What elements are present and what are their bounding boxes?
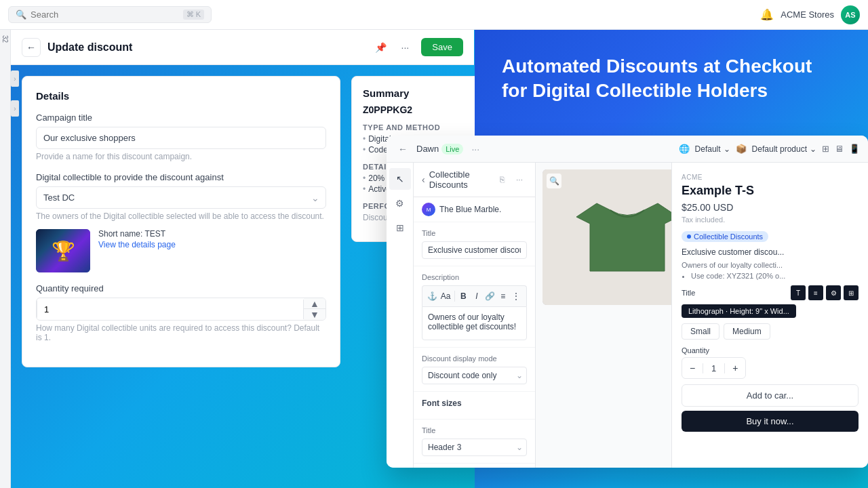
qty-minus-btn[interactable]: − [682, 358, 703, 378]
title-field-label: Title [422, 229, 527, 237]
block-copy-icon[interactable]: ⎘ [494, 172, 509, 187]
details-form: Details Campaign title Provide a name fo… [22, 76, 340, 367]
sidebar-cursor-icon[interactable]: ↖ [389, 168, 411, 190]
store-preview: 🔍 ACME Example T [536, 163, 868, 468]
rte-text: Owners of our loyalty collectible get di… [428, 312, 516, 331]
preview-sidebar: ↖ ⚙ ⊞ [387, 163, 414, 468]
quantity-hint: How many Digital collectible units are r… [36, 323, 326, 342]
summary-type-title: TYPE AND METHOD [363, 123, 489, 131]
quantity-down-btn[interactable]: ▼ [304, 309, 326, 320]
panel-actions: 📌 ··· [371, 38, 414, 57]
title-font-select-wrapper: Header 3 [422, 439, 527, 456]
rte-font-btn[interactable]: Aa [439, 289, 451, 304]
rte-toolbar: ⚓ Aa B I 🔗 ≡ ⋮ [422, 285, 527, 306]
campaign-title-group: Campaign title Provide a name for this d… [36, 113, 326, 161]
store-name: ACME Stores [781, 9, 834, 20]
campaign-title-input[interactable] [36, 127, 326, 149]
block-editor: ‹ Collectible Discounts ⎘ ··· M The Blue… [414, 163, 536, 468]
avatar[interactable]: AS [841, 5, 860, 24]
panel-title: Update discount [47, 41, 364, 54]
qty-plus-btn[interactable]: + [725, 358, 745, 378]
product-name: Example T-S [682, 184, 859, 198]
discount-mode-field: Discount display mode Discount code only [414, 348, 535, 392]
block-more-icon[interactable]: ··· [512, 172, 527, 187]
lithograph-text: Lithograph · Height: 9" x Wid... [688, 307, 789, 315]
desc-field-label: Description [422, 273, 527, 281]
add-to-cart-btn[interactable]: Add to car... [682, 384, 859, 407]
more-menu-icon[interactable]: ··· [395, 38, 414, 57]
discount-mode-select[interactable]: Discount code only [422, 367, 527, 384]
preview-topbar: ← Dawn Live ··· 🌐 Default ⌄ 📦 Default pr… [387, 136, 868, 163]
dc-select-wrapper: Test DC [36, 186, 326, 209]
quantity-up-btn[interactable]: ▲ [304, 298, 326, 309]
default-chevron: ⌄ [724, 144, 730, 154]
settings-tool-btn[interactable]: ⚙ [826, 285, 841, 300]
store-name-row: M The Blue Marble. [414, 197, 535, 222]
view-toggle-icon[interactable]: ⊞ [822, 144, 829, 154]
quantity-input[interactable] [37, 300, 304, 319]
pin-icon[interactable]: 📌 [371, 38, 390, 57]
product-desc: Exclusive customer discou... [682, 247, 859, 257]
store-name-text: The Blue Marble. [439, 205, 501, 214]
rte-bold-btn[interactable]: B [458, 289, 469, 304]
dc-image: 🏆 [36, 229, 90, 272]
text-tool-btn[interactable]: T [791, 285, 806, 300]
rte-number-btn[interactable]: ⋮ [511, 289, 522, 304]
back-button[interactable]: ← [22, 38, 41, 57]
size-small-btn[interactable]: Small [682, 323, 719, 340]
desktop-icon[interactable]: 🖥 [835, 144, 844, 154]
search-icon: 🔍 [16, 9, 26, 20]
hero-line1: Automated Discounts at Checkout [502, 56, 812, 77]
summary-code: Z0PPPKG2 [363, 104, 489, 115]
search-input[interactable] [31, 9, 179, 20]
font-sizes-field: Font sizes [414, 392, 535, 420]
search-bar[interactable]: 🔍 ⌘ K [8, 6, 212, 23]
zoom-tool-btn[interactable]: ⊞ [844, 285, 859, 300]
title-tools: T ≡ ⚙ ⊞ [791, 285, 859, 300]
sidebar-grid-icon[interactable]: ⊞ [389, 217, 411, 239]
preview-badge: Dawn Live [416, 144, 463, 155]
zoom-icon[interactable]: 🔍 [547, 174, 561, 188]
tablet-icon[interactable]: 📱 [849, 144, 860, 154]
default-product-select[interactable]: Default product ⌄ [752, 144, 816, 154]
save-button[interactable]: Save [421, 38, 463, 56]
sidebar-settings-icon[interactable]: ⚙ [389, 192, 411, 214]
sidebar-number: 32 [1, 35, 9, 43]
preview-more-icon[interactable]: ··· [471, 144, 479, 155]
rte-hyperlink-btn[interactable]: 🔗 [484, 289, 496, 304]
rte-italic-btn[interactable]: I [471, 289, 482, 304]
store-badge: ACME Stores [781, 9, 834, 20]
product-brand: ACME [682, 174, 859, 181]
quantity-group: Quantity required ▲ ▼ How many Digital c… [36, 283, 326, 342]
rte-bullet-btn[interactable]: ≡ [497, 289, 509, 304]
notification-icon[interactable]: 🔔 [760, 8, 774, 21]
block-back-btn[interactable]: ‹ [422, 174, 425, 185]
discount-tag: Collectible Discounts [682, 231, 768, 242]
buy-now-btn[interactable]: Buy it now... [682, 411, 859, 432]
title-font-select[interactable]: Header 3 [422, 439, 527, 456]
rte-content[interactable]: Owners of our loyalty collectible get di… [422, 306, 527, 340]
rte-link-btn[interactable]: ⚓ [427, 289, 438, 304]
quantity-label: Quantity required [36, 283, 326, 293]
panel-header: ← Update discount 📌 ··· Save [11, 30, 474, 65]
preview-user: Dawn [416, 144, 439, 154]
search-shortcut: ⌘ K [183, 9, 204, 20]
dc-short-name: Short name: TEST [98, 229, 176, 239]
dc-label: Digital collectible to provide the disco… [36, 172, 326, 182]
discount-tag-dot [687, 235, 691, 239]
title-field-input[interactable] [422, 241, 527, 259]
title-font-label: Title [422, 426, 527, 434]
dc-image-inner: 🏆 [36, 229, 90, 272]
app-sidebar: 32 [0, 30, 11, 488]
quantity-stepper[interactable]: ▲ ▼ [36, 298, 326, 321]
dc-view-link[interactable]: View the details page [98, 240, 176, 249]
dc-select[interactable]: Test DC [36, 186, 326, 209]
quantity-stepper: − 1 + [682, 357, 746, 379]
size-medium-btn[interactable]: Medium [724, 323, 770, 340]
align-tool-btn[interactable]: ≡ [808, 285, 823, 300]
preview-back-btn[interactable]: ← [395, 141, 411, 157]
campaign-title-hint: Provide a name for this discount campaig… [36, 152, 326, 161]
default-select[interactable]: Default ⌄ [695, 144, 730, 154]
desc-font-field: Description Medium [414, 464, 535, 468]
dc-info: Short name: TEST View the details page [98, 229, 176, 249]
